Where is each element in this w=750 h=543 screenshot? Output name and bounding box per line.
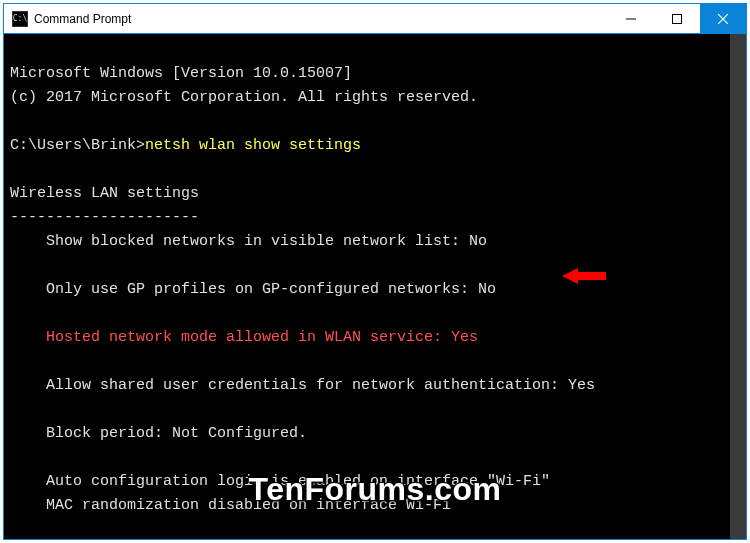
section-title: Wireless LAN settings	[10, 185, 199, 202]
close-button[interactable]	[700, 4, 746, 33]
output-line: Allow shared user credentials for networ…	[10, 377, 595, 394]
annotation-arrow-icon	[562, 266, 606, 286]
svg-rect-1	[673, 14, 682, 23]
prompt-path: C:\Users\Brink>	[10, 137, 145, 154]
scrollbar-thumb[interactable]	[730, 34, 746, 539]
vertical-scrollbar[interactable]	[730, 34, 746, 539]
banner-line: (c) 2017 Microsoft Corporation. All righ…	[10, 89, 478, 106]
window-title: Command Prompt	[34, 12, 608, 26]
output-line: Only use GP profiles on GP-configured ne…	[10, 281, 496, 298]
app-icon: C:\	[12, 11, 28, 27]
output-line: Show blocked networks in visible network…	[10, 233, 487, 250]
command-input: netsh wlan show settings	[145, 137, 361, 154]
output-line-highlighted: Hosted network mode allowed in WLAN serv…	[10, 329, 478, 346]
window-controls	[608, 4, 746, 33]
section-divider: ---------------------	[10, 209, 199, 226]
maximize-button[interactable]	[654, 4, 700, 33]
output-line: MAC randomization disabled on interface …	[10, 497, 451, 514]
command-prompt-window: C:\ Command Prompt Microsoft Windows [Ve…	[3, 3, 747, 540]
minimize-button[interactable]	[608, 4, 654, 33]
banner-line: Microsoft Windows [Version 10.0.15007]	[10, 65, 352, 82]
terminal-area[interactable]: Microsoft Windows [Version 10.0.15007] (…	[4, 34, 746, 539]
output-line: Block period: Not Configured.	[10, 425, 307, 442]
output-line: Auto configuration logic is enabled on i…	[10, 473, 550, 490]
titlebar[interactable]: C:\ Command Prompt	[4, 4, 746, 34]
svg-marker-4	[562, 268, 606, 284]
